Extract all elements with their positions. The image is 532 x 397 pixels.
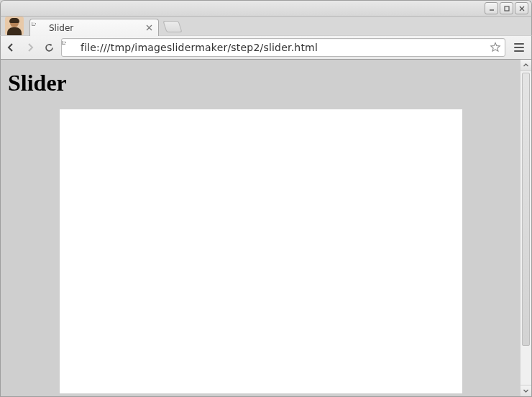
minimize-icon [488, 5, 495, 12]
new-tab-button[interactable] [162, 21, 182, 32]
address-bar[interactable]: file:///tmp/imageslidermaker/step2/slide… [61, 38, 505, 57]
url-text: file:///tmp/imageslidermaker/step2/slide… [81, 42, 489, 53]
maximize-icon [503, 5, 510, 12]
chevron-up-icon [523, 62, 529, 68]
window-titlebar [0, 0, 532, 17]
bookmark-button[interactable] [489, 41, 502, 54]
arrow-left-icon [6, 42, 17, 53]
tab-strip: Slider [0, 17, 532, 35]
hamburger-icon [514, 43, 524, 52]
slider-area[interactable] [60, 109, 462, 393]
chevron-down-icon [523, 388, 529, 394]
arrow-right-icon [25, 42, 35, 53]
profile-avatar[interactable] [5, 17, 24, 35]
scroll-thumb[interactable] [522, 73, 530, 346]
tab-title: Slider [49, 23, 144, 33]
window-controls [485, 2, 528, 14]
scroll-down-button[interactable] [520, 385, 531, 396]
page-viewport: Slider [1, 60, 520, 396]
back-button[interactable] [5, 41, 18, 54]
browser-tab[interactable]: Slider [29, 19, 159, 36]
vertical-scrollbar[interactable] [520, 60, 531, 396]
reload-button[interactable] [42, 41, 55, 54]
close-icon [518, 5, 526, 12]
file-icon [65, 42, 76, 53]
tab-close-button[interactable] [144, 23, 154, 33]
forward-button[interactable] [24, 41, 37, 54]
window-maximize-button[interactable] [500, 2, 513, 14]
window-close-button[interactable] [515, 2, 528, 14]
reload-icon [44, 42, 55, 53]
menu-button[interactable] [511, 40, 527, 55]
svg-rect-1 [505, 6, 509, 11]
viewport-container: Slider [0, 60, 532, 397]
close-icon [146, 24, 152, 31]
file-icon [35, 23, 45, 33]
window-minimize-button[interactable] [485, 2, 498, 14]
star-icon [490, 42, 501, 53]
scroll-up-button[interactable] [520, 60, 531, 71]
browser-toolbar: file:///tmp/imageslidermaker/step2/slide… [0, 35, 532, 60]
page-title: Slider [8, 70, 520, 96]
